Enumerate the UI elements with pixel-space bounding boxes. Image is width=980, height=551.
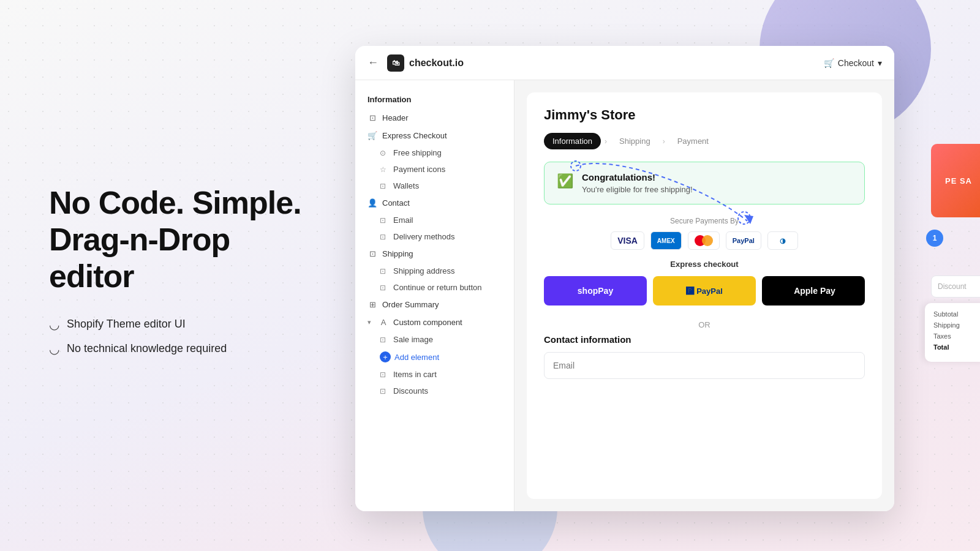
- check-circle-icon: ✅: [557, 173, 573, 189]
- button-icon: ⊡: [380, 283, 388, 292]
- step-arrow-2: ›: [663, 137, 665, 146]
- feature-icon-2: ◡: [49, 342, 59, 356]
- secure-label: Secure Payments By: [544, 217, 865, 225]
- express-label: Express checkout: [544, 260, 865, 269]
- star-icon: ☆: [380, 165, 388, 174]
- header-icon: ⊡: [368, 113, 377, 122]
- discount-input-partial[interactable]: Discount: [931, 276, 980, 298]
- app-window: ← 🛍 checkout.io 🛒 Checkout ▾ Information…: [355, 46, 894, 511]
- section-header-information: Information: [355, 90, 514, 109]
- congrats-subtitle: You're eligible for free shipping!: [582, 185, 693, 194]
- express-checkout-section: Express checkout shopPay 🅿 PayPal Apple …: [527, 260, 882, 315]
- express-buttons-row: shopPay 🅿 PayPal Apple Pay: [544, 276, 865, 305]
- notification-badge: 1: [926, 230, 943, 247]
- collapse-arrow-icon: ▾: [368, 318, 371, 326]
- person-icon: 👤: [368, 198, 377, 208]
- sidebar-item-shipping[interactable]: ⊡ Shipping: [355, 245, 514, 263]
- right-partial-panel: 1 PE SA Discount Subtotal Shipping Taxes…: [919, 46, 980, 511]
- app-logo: 🛍 checkout.io: [387, 54, 464, 72]
- sidebar-item-order-summary[interactable]: ⊞ Order Summary: [355, 296, 514, 313]
- sale-card: PE SA: [931, 144, 980, 217]
- sidebar-sub-free-shipping[interactable]: ⊙ Free shipping: [355, 144, 514, 161]
- mastercard-icon: [688, 231, 720, 250]
- congrats-title: Congratulations!: [582, 172, 693, 182]
- sidebar-sub-wallets[interactable]: ⊡ Wallets: [355, 178, 514, 194]
- sidebar-sub-discounts[interactable]: ⊡ Discounts: [355, 383, 514, 399]
- sidebar-sub-email[interactable]: ⊡ Email: [355, 212, 514, 228]
- logo-icon: 🛍: [387, 54, 404, 72]
- add-element-button[interactable]: + Add element: [355, 348, 514, 366]
- font-icon: A: [379, 318, 388, 327]
- applepay-button[interactable]: Apple Pay: [762, 276, 865, 305]
- app-title: checkout.io: [409, 58, 464, 69]
- shipping-icon: ⊡: [368, 249, 377, 258]
- hero-feature-2: ◡ No technical knowledge required: [49, 342, 318, 356]
- hero-feature-1: ◡ Shopify Theme editor UI: [49, 317, 318, 332]
- feature-icon-1: ◡: [49, 317, 59, 332]
- sidebar-sub-items-in-cart[interactable]: ⊡ Items in cart: [355, 366, 514, 383]
- image-icon: ⊡: [380, 335, 388, 344]
- editor-sidebar: Information ⊡ Header 🛒 Express Checkout …: [355, 80, 514, 511]
- cart-icon: 🛒: [368, 131, 377, 140]
- shoppay-button[interactable]: shopPay: [544, 276, 647, 305]
- amex-icon: AMEX: [650, 231, 682, 250]
- order-summary-partial: Subtotal Shipping Taxes Total: [925, 303, 980, 362]
- checkout-dropdown[interactable]: 🛒 Checkout ▾: [824, 58, 882, 68]
- sidebar-item-header[interactable]: ⊡ Header: [355, 109, 514, 127]
- hero-title: No Code. Simple. Drag-n-Drop editor: [49, 185, 318, 294]
- checkout-steps: Information › Shipping › Payment: [527, 133, 882, 162]
- diners-icon: ◑: [767, 231, 798, 250]
- preview-area: Jimmy's Store Information › Shipping › P…: [514, 80, 894, 511]
- paypal-logo-icon: 🅿: [686, 287, 694, 296]
- congrats-content: Congratulations! You're eligible for fre…: [582, 172, 693, 194]
- hero-section: No Code. Simple. Drag-n-Drop editor ◡ Sh…: [0, 0, 355, 551]
- store-name: Jimmy's Store: [527, 92, 882, 133]
- paypal-icon: PayPal: [726, 231, 761, 250]
- back-button[interactable]: ←: [368, 56, 379, 69]
- payment-icons-row: VISA AMEX PayPal ◑: [544, 231, 865, 250]
- total-label: Total: [933, 343, 978, 351]
- delivery-icon: ⊡: [380, 233, 388, 241]
- browser-bar: ← 🛍 checkout.io 🛒 Checkout ▾: [355, 46, 894, 80]
- step-information[interactable]: Information: [544, 133, 601, 149]
- sidebar-item-express-checkout[interactable]: 🛒 Express Checkout: [355, 127, 514, 144]
- sidebar-item-custom-component[interactable]: ▾ A Custom component: [355, 313, 514, 331]
- checkout-preview: Jimmy's Store Information › Shipping › P…: [527, 92, 882, 499]
- order-icon: ⊞: [368, 300, 377, 309]
- or-divider: OR: [527, 315, 882, 334]
- sidebar-sub-sale-image[interactable]: ⊡ Sale image: [355, 331, 514, 348]
- cart-icon: 🛒: [824, 58, 834, 68]
- email-icon: ⊡: [380, 216, 388, 225]
- chevron-down-icon: ▾: [878, 58, 882, 68]
- address-icon: ⊡: [380, 267, 388, 276]
- items-icon: ⊡: [380, 370, 388, 379]
- plus-icon: +: [380, 351, 391, 362]
- contact-section: Contact information: [527, 334, 882, 389]
- paypal-button[interactable]: 🅿 PayPal: [653, 276, 756, 305]
- sidebar-sub-payment-icons[interactable]: ☆ Payment icons: [355, 161, 514, 178]
- sidebar-item-contact[interactable]: 👤 Contact: [355, 194, 514, 212]
- wallet-icon: ⊡: [380, 182, 388, 190]
- step-arrow-1: ›: [605, 137, 607, 146]
- shipping-label: Shipping: [933, 321, 978, 329]
- congrats-banner: ✅ Congratulations! You're eligible for f…: [544, 162, 865, 204]
- discounts-icon: ⊡: [380, 387, 388, 395]
- contact-label: Contact information: [544, 334, 865, 345]
- taxes-label: Taxes: [933, 332, 978, 340]
- step-shipping[interactable]: Shipping: [611, 133, 659, 149]
- sidebar-sub-delivery[interactable]: ⊡ Delivery methods: [355, 228, 514, 245]
- step-payment[interactable]: Payment: [669, 133, 717, 149]
- sidebar-sub-shipping-address[interactable]: ⊡ Shipping address: [355, 263, 514, 279]
- content-area: Information ⊡ Header 🛒 Express Checkout …: [355, 80, 894, 511]
- clock-icon: ⊙: [380, 149, 388, 157]
- subtotal-label: Subtotal: [933, 310, 978, 318]
- secure-payments-section: Secure Payments By VISA AMEX PayPal ◑: [527, 217, 882, 260]
- email-input[interactable]: [544, 352, 865, 379]
- visa-icon: VISA: [611, 231, 644, 250]
- sidebar-sub-continue-button[interactable]: ⊡ Continue or return button: [355, 279, 514, 296]
